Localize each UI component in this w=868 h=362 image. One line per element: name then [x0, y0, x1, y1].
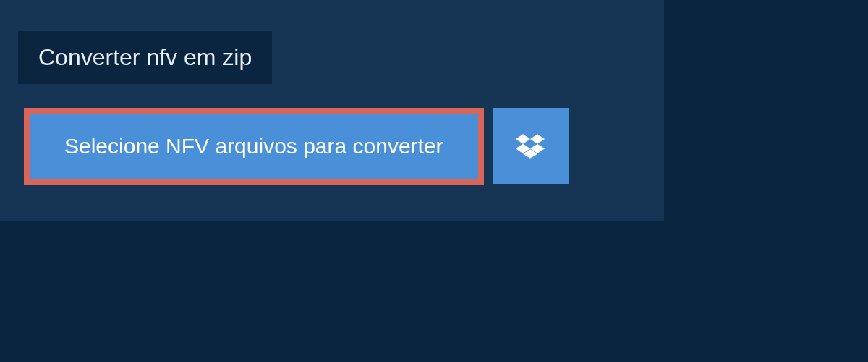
action-button-row: Selecione NFV arquivos para converter	[24, 108, 569, 185]
select-files-button[interactable]: Selecione NFV arquivos para converter	[24, 108, 484, 185]
select-files-label: Selecione NFV arquivos para converter	[64, 134, 443, 159]
dropbox-button[interactable]	[493, 108, 569, 184]
dropbox-icon	[516, 132, 545, 161]
converter-panel: Converter nfv em zip Selecione NFV arqui…	[0, 0, 664, 221]
tab-title: Converter nfv em zip	[38, 44, 252, 70]
converter-tab[interactable]: Converter nfv em zip	[18, 31, 272, 84]
